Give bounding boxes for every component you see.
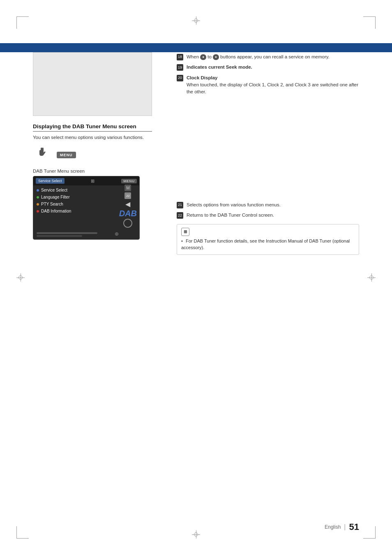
dab-m-icon: M: [125, 185, 131, 191]
top-image-area: [33, 52, 152, 116]
note-num-20: 20: [177, 75, 183, 81]
hand-menu-area: MENU: [33, 146, 152, 164]
note-label-20: Clock Display: [187, 75, 217, 80]
page-number-area: English | 51: [325, 522, 359, 532]
note-item-22: 22 Returns to the DAB Tuner Control scre…: [177, 212, 359, 219]
dab-bar-2: [37, 235, 82, 237]
corner-mark-br: [363, 526, 376, 539]
dab-badge-22: 22: [125, 192, 131, 199]
page-num: 51: [349, 522, 359, 532]
note-text-21: Selects options from various function me…: [187, 201, 281, 208]
note-text-18: When ● to ● buttons appear, you can reca…: [187, 53, 330, 60]
note-item-18: 18 When ● to ● buttons appear, you can r…: [177, 53, 359, 60]
screen-label: DAB Tuner Menu screen: [33, 169, 152, 173]
right-col-bottom: 21 Selects options from various function…: [177, 201, 359, 255]
dab-back-btn: ◀: [125, 200, 130, 208]
button-b-icon: ●: [213, 54, 219, 60]
button-a-icon: ●: [200, 54, 206, 60]
note-num-18: 18: [177, 54, 183, 60]
note-text-20: Clock Display When touched, the display …: [187, 74, 359, 96]
dab-bottom-icon: ⊕: [115, 231, 119, 237]
note-text-19: Indicates current Seek mode.: [187, 64, 252, 71]
dab-screen: Service Select ⊞ MENU Service Select Lan…: [33, 176, 140, 240]
menu-item-label-3: DAB Information: [41, 209, 71, 213]
dab-label: DAB: [119, 209, 137, 217]
dab-icon-grid: ⊞: [91, 178, 95, 184]
section-heading: Displaying the DAB Tuner Menu screen: [33, 123, 152, 132]
menu-item-label-2: PTY Search: [41, 202, 63, 206]
crosshair-top: [192, 16, 200, 25]
dab-bottom-bars: [37, 232, 113, 237]
info-icon: ⊞: [181, 228, 189, 236]
info-box-content: • For DAB Tuner function details, see th…: [181, 238, 355, 251]
bullet-dot: •: [181, 238, 183, 243]
dab-circle: [123, 219, 132, 228]
section-desc: You can select menu options using variou…: [33, 134, 152, 141]
note-num-21: 21: [177, 202, 183, 208]
menu-item-label-0: Service Select: [41, 188, 67, 192]
note-desc-20: When touched, the display of Clock 1, Cl…: [187, 82, 358, 94]
note-item-19: 19 Indicates current Seek mode.: [177, 64, 359, 71]
dab-screen-header: Service Select ⊞ MENU: [33, 176, 139, 185]
crosshair-left: [16, 273, 25, 282]
note-text-19-bold: Indicates current Seek mode.: [187, 65, 252, 69]
language-label: English: [325, 524, 341, 530]
corner-mark-bl: [16, 526, 29, 539]
right-col-top: 18 When ● to ● buttons appear, you can r…: [177, 53, 359, 99]
note-item-21: 21 Selects options from various function…: [177, 201, 359, 208]
corner-mark-tr: [363, 16, 376, 29]
dab-service-select-btn: Service Select: [36, 178, 65, 184]
left-col: Displaying the DAB Tuner Menu screen You…: [33, 123, 152, 240]
dot-2: [37, 203, 39, 206]
header-bar: [0, 43, 392, 52]
page-divider: |: [344, 523, 346, 531]
hand-icon: [36, 146, 51, 164]
corner-mark-tl: [16, 16, 29, 29]
menu-item-label-1: Language Filter: [41, 195, 70, 199]
dot-0: [37, 189, 39, 192]
note-num-19: 19: [177, 64, 183, 71]
menu-button-icon: MENU: [57, 152, 76, 158]
crosshair-right: [367, 273, 376, 282]
note-item-20: 20 Clock Display When touched, the displ…: [177, 74, 359, 96]
info-box-header: ⊞: [181, 228, 355, 236]
dab-menu-body: Service Select Language Filter PTY Searc…: [33, 185, 139, 216]
info-text: For DAB Tuner function details, see the …: [181, 238, 350, 250]
info-box: ⊞ • For DAB Tuner function details, see …: [177, 224, 359, 255]
note-text-22: Returns to the DAB Tuner Control screen.: [187, 212, 274, 219]
dab-menu-btn-top: MENU: [121, 179, 137, 183]
dot-3: [37, 210, 39, 213]
dot-1: [37, 196, 39, 199]
dab-right-overlay: M 22 ◀ DAB: [119, 185, 137, 228]
crosshair-bottom: [192, 530, 200, 539]
note-num-22: 22: [177, 212, 183, 219]
dab-bar-1: [37, 232, 97, 234]
